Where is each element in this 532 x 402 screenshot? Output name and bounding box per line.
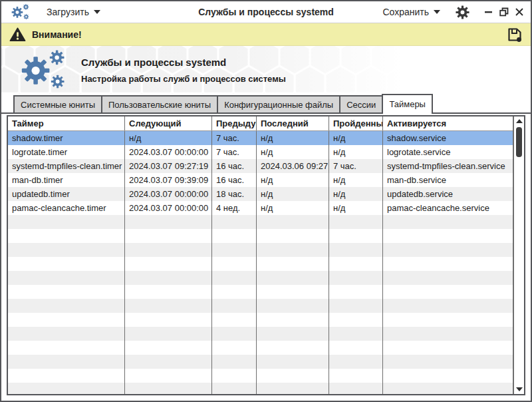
table-cell: 7 час. xyxy=(212,131,257,145)
tab-label: Системные юниты xyxy=(21,100,95,110)
column-header[interactable]: Активируется xyxy=(383,116,513,130)
table-cell: pamac-cleancache.service xyxy=(383,201,513,215)
app-logo-gears-icon xyxy=(9,3,32,21)
table-row[interactable]: systemd-tmpfiles-clean.timer 2024.03.07 … xyxy=(8,159,513,173)
tab-label: Пользовательские юниты xyxy=(108,100,211,110)
table-cell: shadow.service xyxy=(383,131,513,145)
table-cell: 2024.03.07 09:39:09 xyxy=(125,173,212,187)
table-cell: н/д xyxy=(329,131,383,145)
table-cell: updatedb.timer xyxy=(8,187,125,201)
chevron-down-icon xyxy=(434,10,440,14)
column-header[interactable]: Предыдущий xyxy=(212,116,257,130)
save-button-label: Сохранить xyxy=(382,7,429,17)
load-button-label: Загрузить xyxy=(47,7,89,17)
table-cell: н/д xyxy=(257,187,329,201)
minimize-button[interactable] xyxy=(484,7,493,17)
column-header[interactable]: Пройденный xyxy=(329,116,383,130)
table-cell: н/д xyxy=(257,201,329,215)
table-cell: 7 час. xyxy=(212,145,257,159)
arrow-down-icon xyxy=(516,387,523,391)
table-cell: 2024.03.07 00:00:00 xyxy=(125,201,212,215)
table-cell: man-db.service xyxy=(383,173,513,187)
table-cell: н/д xyxy=(125,131,212,145)
tab-label: Таймеры xyxy=(389,99,426,109)
settings-button[interactable] xyxy=(455,5,469,19)
column-header[interactable]: Последний xyxy=(257,116,329,130)
tab-label: Конфигурационные файлы xyxy=(224,100,333,110)
table-row[interactable]: man-db.timer 2024.03.07 09:39:09 16 час.… xyxy=(8,173,513,187)
tab-Таймеры[interactable]: Таймеры xyxy=(382,94,433,114)
scroll-down-button[interactable] xyxy=(514,385,524,394)
column-header[interactable]: Следующий xyxy=(125,116,212,130)
tab-label: Сессии xyxy=(346,100,376,110)
warning-text: Внимание! xyxy=(32,29,82,40)
table-cell: 16 час. xyxy=(212,159,257,173)
table-cell: н/д xyxy=(329,201,383,215)
scroll-up-button[interactable] xyxy=(514,116,524,126)
table-cell: systemd-tmpfiles-clean.timer xyxy=(8,159,125,173)
tab-Системные юниты[interactable]: Системные юниты xyxy=(13,95,102,114)
table-body: shadow.timer н/д 7 час. н/д н/д shadow.s… xyxy=(8,131,513,215)
table-cell: 2024.03.07 00:00:00 xyxy=(125,187,212,201)
table-cell: 16 час. xyxy=(212,173,257,187)
table-header-row: ТаймерСледующийПредыдущийПоследнийПройде… xyxy=(8,116,513,131)
warning-triangle-icon xyxy=(9,27,26,42)
floppy-disk-save-icon[interactable] xyxy=(507,27,523,43)
gear-icon xyxy=(456,5,469,19)
close-button[interactable] xyxy=(515,7,524,17)
table-cell: systemd-tmpfiles-clean.service xyxy=(383,159,513,173)
table-cell: logrotate.timer xyxy=(8,145,125,159)
table-cell: н/д xyxy=(257,145,329,159)
app-logo-gears-icon xyxy=(17,49,70,91)
scrollbar-thumb[interactable] xyxy=(516,127,522,157)
table-cell: н/д xyxy=(257,173,329,187)
page-header: Службы и процессы systemd Настройка рабо… xyxy=(1,46,531,94)
table-cell: 4 нед. xyxy=(212,201,257,215)
table-cell: н/д xyxy=(329,173,383,187)
table-cell: 18 час. xyxy=(212,187,257,201)
table-row[interactable]: pamac-cleancache.timer 2024.03.07 00:00:… xyxy=(8,201,513,215)
arrow-up-icon xyxy=(516,119,523,123)
maximize-button[interactable] xyxy=(499,7,509,17)
vertical-scrollbar[interactable] xyxy=(513,116,524,394)
tab-Конфигурационные файлы[interactable]: Конфигурационные файлы xyxy=(217,95,340,114)
tab-Сессии[interactable]: Сессии xyxy=(339,95,383,114)
save-button[interactable]: Сохранить xyxy=(377,4,446,20)
table-row[interactable]: updatedb.timer 2024.03.07 00:00:00 18 ча… xyxy=(8,187,513,201)
table-cell: 7 час. xyxy=(329,159,383,173)
page-subtitle: Настройка работы служб и процессов систе… xyxy=(81,74,286,84)
timers-table: ТаймерСледующийПредыдущийПоследнийПройде… xyxy=(7,115,525,395)
table-row[interactable]: logrotate.timer 2024.03.07 00:00:00 7 ча… xyxy=(8,145,513,159)
table-cell: н/д xyxy=(329,145,383,159)
table-cell: updatedb.service xyxy=(383,187,513,201)
title-bar: Загрузить Службы и процессы systemd Сохр… xyxy=(1,1,531,23)
table-empty-area xyxy=(8,215,513,394)
column-header[interactable]: Таймер xyxy=(8,116,125,130)
table-cell: 2024.03.07 00:00:00 xyxy=(125,145,212,159)
table-cell: man-db.timer xyxy=(8,173,125,187)
table-cell: н/д xyxy=(329,187,383,201)
table-row[interactable]: shadow.timer н/д 7 час. н/д н/д shadow.s… xyxy=(8,131,513,145)
warning-bar: Внимание! xyxy=(1,23,531,46)
page-title: Службы и процессы systemd xyxy=(81,57,286,68)
load-button[interactable]: Загрузить xyxy=(41,4,106,20)
table-cell: pamac-cleancache.timer xyxy=(8,201,125,215)
table-cell: shadow.timer xyxy=(8,131,125,145)
table-cell: logrotate.service xyxy=(383,145,513,159)
tab-content: ТаймерСледующийПредыдущийПоследнийПройде… xyxy=(1,114,531,401)
table-cell: 2024.03.06 09:27:19 xyxy=(257,159,329,173)
tab-bar: Системные юнитыПользовательские юнитыКон… xyxy=(1,94,531,114)
tab-Пользовательские юниты[interactable]: Пользовательские юниты xyxy=(101,95,218,114)
table-cell: н/д xyxy=(257,131,329,145)
chevron-down-icon xyxy=(94,10,100,14)
table-cell: 2024.03.07 09:27:19 xyxy=(125,159,212,173)
